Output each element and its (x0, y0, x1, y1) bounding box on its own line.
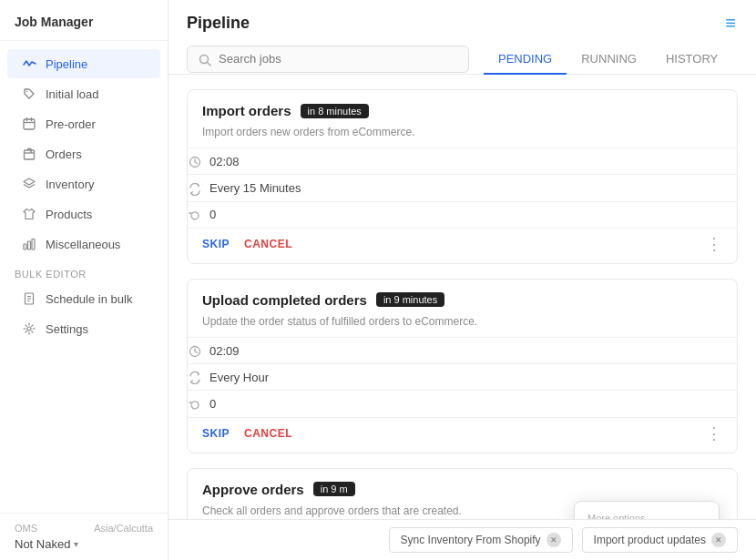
repeat-icon (188, 370, 202, 384)
job-count-value: 0 (209, 397, 216, 411)
svg-point-13 (27, 327, 31, 331)
import-product-label: Import product updates (594, 534, 706, 546)
job-badge: in 8 minutes (301, 104, 369, 118)
tag-icon (22, 87, 36, 101)
bottom-bar: Sync Inventory From Shopify ✕ Import pro… (169, 519, 756, 560)
job-badge: in 9 minutes (376, 292, 444, 307)
job-stat-time: 02:08 (188, 148, 737, 174)
calendar-icon (22, 117, 36, 131)
job-title: Upload completed orders (202, 292, 367, 308)
more-options-button-1[interactable]: ⋮ (706, 425, 722, 442)
clock-icon (188, 154, 202, 168)
content-area: Import orders in 8 minutes Import orders… (169, 75, 756, 519)
job-stat-time: 02:09 (188, 337, 737, 363)
footer-system: OMS (15, 523, 37, 534)
tab-pending[interactable]: PENDING (484, 45, 567, 75)
box-icon (22, 147, 36, 161)
job-interval-value: Every 15 Minutes (209, 181, 301, 195)
sidebar-item-label: Schedule in bulk (46, 292, 132, 306)
app-title: Job Manager (0, 0, 168, 41)
refresh-icon (188, 396, 202, 411)
sidebar-item-label: Orders (46, 148, 82, 161)
sidebar-item-label: Miscellaneous (46, 238, 120, 251)
job-stat-count: 0 (188, 201, 737, 228)
sidebar-item-pipeline[interactable]: Pipeline (7, 49, 160, 78)
sync-inventory-label: Sync Inventory From Shopify (401, 534, 541, 546)
import-product-updates-button[interactable]: Import product updates ✕ (582, 527, 738, 553)
job-interval-value: Every Hour (209, 371, 269, 384)
sidebar-footer: OMS Asia/Calcutta Not Naked ▾ (0, 513, 168, 560)
search-input[interactable] (219, 52, 457, 66)
job-stat-interval: Every Hour (188, 363, 737, 390)
sidebar-item-label: Pipeline (46, 57, 87, 71)
chevron-down-icon: ▾ (74, 539, 78, 549)
header-menu-icon[interactable]: ≡ (725, 13, 738, 34)
job-description: Update the order status of fulfilled ord… (188, 315, 737, 337)
page-title: Pipeline (187, 14, 250, 33)
sidebar-nav: Pipeline Initial load Pre-or (0, 41, 168, 513)
svg-rect-6 (24, 244, 26, 249)
svg-rect-8 (32, 239, 35, 250)
clock-icon (188, 343, 202, 358)
main-header: Pipeline ≡ PENDING RUNNING HISTORY (169, 0, 756, 75)
sidebar: Job Manager Pipeline Initial load (0, 0, 169, 560)
svg-rect-5 (25, 150, 35, 159)
job-description: Import orders new orders from eCommerce. (188, 126, 737, 148)
sidebar-item-label: Settings (46, 322, 88, 336)
tab-running[interactable]: RUNNING (567, 45, 651, 75)
more-options-dropdown: More options History Copy details (574, 501, 720, 519)
sidebar-item-initial-load[interactable]: Initial load (7, 79, 160, 108)
refresh-icon (188, 208, 202, 222)
dropdown-label: More options (575, 507, 719, 519)
sidebar-item-label: Initial load (46, 87, 99, 101)
svg-point-0 (26, 91, 28, 93)
close-icon[interactable]: ✕ (711, 533, 726, 547)
footer-timezone: Asia/Calcutta (94, 523, 153, 534)
job-title: Approve orders (202, 482, 304, 497)
sidebar-item-schedule-in-bulk[interactable]: Schedule in bulk (7, 284, 160, 313)
sidebar-item-inventory[interactable]: Inventory (7, 169, 160, 199)
gear-icon (22, 321, 36, 336)
svg-rect-7 (28, 241, 31, 249)
bulk-editor-label: Bulk editor (0, 260, 168, 283)
job-stat-count: 0 (188, 390, 737, 416)
close-icon[interactable]: ✕ (547, 533, 561, 547)
activity-icon (22, 56, 36, 71)
search-icon (199, 52, 211, 66)
sidebar-item-settings[interactable]: Settings (7, 314, 160, 343)
cancel-button[interactable]: CANCEL (244, 427, 292, 440)
cancel-button[interactable]: CANCEL (244, 238, 292, 250)
search-box (187, 46, 469, 73)
sidebar-item-orders[interactable]: Orders (7, 139, 160, 168)
more-options-button-0[interactable]: ⋮ (706, 236, 722, 252)
tab-history[interactable]: HISTORY (651, 45, 732, 75)
user-menu[interactable]: Not Naked ▾ (15, 537, 153, 551)
job-card-upload-completed: Upload completed orders in 9 minutes Upd… (187, 279, 738, 453)
sidebar-item-miscellaneous[interactable]: Miscellaneous (7, 229, 160, 259)
layers-icon (22, 177, 36, 191)
job-time-value: 02:09 (209, 344, 240, 358)
username: Not Naked (15, 537, 70, 551)
skip-button[interactable]: SKIP (202, 238, 230, 250)
doc-icon (22, 291, 36, 306)
main-panel: Pipeline ≡ PENDING RUNNING HISTORY (169, 0, 756, 560)
svg-rect-1 (24, 119, 35, 129)
sidebar-item-label: Products (46, 208, 92, 221)
svg-line-15 (208, 63, 211, 66)
job-title: Import orders (202, 103, 291, 118)
job-card-import-orders: Import orders in 8 minutes Import orders… (187, 89, 738, 264)
chart-icon (22, 237, 36, 251)
job-stat-interval: Every 15 Minutes (188, 174, 737, 200)
sync-inventory-button[interactable]: Sync Inventory From Shopify ✕ (389, 527, 573, 553)
job-badge: in 9 m (313, 482, 355, 496)
repeat-icon (188, 180, 202, 195)
job-card-approve-orders: Approve orders in 9 m Check all orders a… (187, 468, 738, 519)
job-time-value: 02:08 (209, 155, 240, 168)
tabs: PENDING RUNNING HISTORY (484, 45, 732, 74)
skip-button[interactable]: SKIP (202, 427, 230, 440)
sidebar-item-label: Pre-order (46, 117, 96, 131)
sidebar-item-label: Inventory (46, 178, 94, 191)
sidebar-item-pre-order[interactable]: Pre-order (7, 109, 160, 138)
sidebar-item-products[interactable]: Products (7, 199, 160, 229)
job-count-value: 0 (209, 208, 216, 221)
